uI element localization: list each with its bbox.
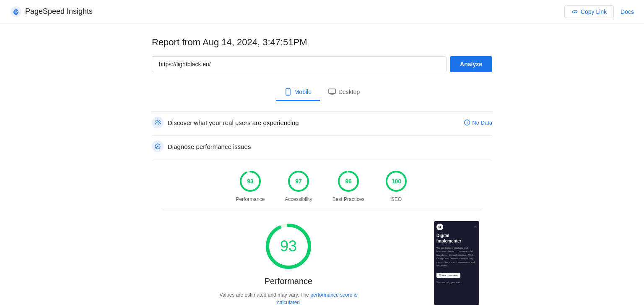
thumb-body-text: We are helping startups and business cli…	[436, 246, 477, 267]
copy-link-button[interactable]: Copy Link	[564, 5, 614, 18]
link-icon	[571, 8, 578, 15]
score-label-best-practices: Best Practices	[332, 196, 365, 202]
thumb-footer-text: We can help you with...	[436, 281, 477, 284]
info-icon	[464, 119, 470, 126]
score-performance[interactable]: 93 Performance	[236, 169, 265, 202]
url-form: Analyze	[152, 56, 492, 72]
diagnose-section: Diagnose performance issues	[152, 135, 492, 157]
device-tabs: Mobile Desktop	[152, 84, 492, 101]
analyze-button[interactable]: Analyze	[450, 56, 492, 72]
svg-rect-3	[329, 89, 335, 94]
score-value-accessibility: 97	[295, 178, 302, 185]
pagespeed-logo-icon	[10, 6, 22, 18]
people-icon	[154, 119, 161, 126]
performance-title: Performance	[265, 276, 313, 286]
performance-description: Values are estimated and may vary. The p…	[217, 291, 360, 305]
tab-desktop-label: Desktop	[338, 89, 360, 95]
score-circle-performance: 93	[239, 169, 262, 193]
score-circle-best-practices: 96	[337, 169, 360, 193]
scores-card: 93 Performance 97 Accessibility	[152, 159, 492, 305]
mobile-icon	[284, 88, 292, 96]
thumb-logo-icon	[438, 225, 441, 229]
tab-desktop[interactable]: Desktop	[320, 84, 368, 101]
score-label-performance: Performance	[236, 196, 265, 202]
thumb-cta-button: Contact a review	[436, 273, 460, 278]
thumb-menu-icon: ≡	[474, 225, 477, 229]
main-content: Report from Aug 14, 2024, 3:47:51PM Anal…	[142, 23, 502, 305]
svg-point-5	[158, 121, 160, 123]
score-circle-seo: 100	[384, 169, 408, 193]
score-label-accessibility: Accessibility	[285, 196, 312, 202]
no-data-badge[interactable]: No Data	[464, 119, 492, 126]
scores-row: 93 Performance 97 Accessibility	[162, 169, 482, 211]
no-data-label: No Data	[472, 120, 492, 126]
svg-point-8	[467, 121, 467, 121]
report-date: Report from Aug 14, 2024, 3:47:51PM	[152, 37, 492, 48]
svg-point-10	[157, 146, 158, 147]
tab-mobile[interactable]: Mobile	[276, 84, 320, 101]
score-seo[interactable]: 100 SEO	[384, 169, 408, 202]
header: PageSpeed Insights Copy Link Docs	[0, 0, 644, 23]
header-actions: Copy Link Docs	[564, 5, 634, 18]
performance-detail: 93 Performance Values are estimated and …	[162, 211, 482, 305]
docs-link[interactable]: Docs	[621, 8, 634, 15]
tab-mobile-label: Mobile	[294, 89, 312, 95]
performance-left: 93 Performance Values are estimated and …	[162, 221, 415, 305]
score-value-seo: 100	[392, 178, 401, 185]
website-thumbnail: ≡ Digital Implementer We are helping sta…	[434, 221, 479, 305]
score-value-best-practices: 96	[345, 178, 352, 185]
speedometer-icon	[154, 143, 161, 150]
desktop-icon	[328, 88, 336, 96]
real-users-section: Discover what your real users are experi…	[152, 111, 492, 133]
svg-point-4	[156, 120, 158, 123]
app-title: PageSpeed Insights	[25, 7, 93, 16]
thumb-header: ≡	[436, 224, 477, 230]
url-input[interactable]	[152, 56, 447, 72]
copy-link-label: Copy Link	[581, 8, 607, 15]
diagnose-left: Diagnose performance issues	[152, 141, 251, 152]
performance-right: ≡ Digital Implementer We are helping sta…	[431, 221, 482, 305]
logo-area: PageSpeed Insights	[10, 6, 93, 18]
thumb-logo	[436, 224, 443, 230]
thumb-hero-text: Digital Implementer	[436, 233, 477, 244]
big-score-value: 93	[280, 237, 297, 255]
diagnose-title: Diagnose performance issues	[168, 143, 251, 150]
real-users-icon-circle	[152, 117, 164, 128]
big-score-circle: 93	[263, 221, 314, 271]
score-accessibility[interactable]: 97 Accessibility	[285, 169, 312, 202]
score-best-practices[interactable]: 96 Best Practices	[332, 169, 365, 202]
real-users-title: Discover what your real users are experi…	[168, 119, 299, 126]
score-value-performance: 93	[247, 178, 254, 185]
score-circle-accessibility: 97	[287, 169, 310, 193]
diagnose-icon-circle	[152, 141, 164, 152]
score-label-seo: SEO	[391, 196, 402, 202]
real-users-left: Discover what your real users are experi…	[152, 117, 299, 128]
